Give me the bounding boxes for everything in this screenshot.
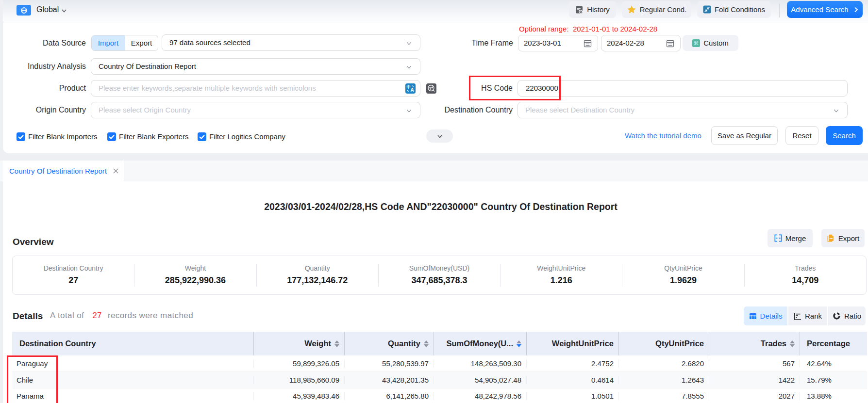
svg-text:A: A xyxy=(410,87,414,93)
svg-text:⌘: ⌘ xyxy=(694,40,699,46)
